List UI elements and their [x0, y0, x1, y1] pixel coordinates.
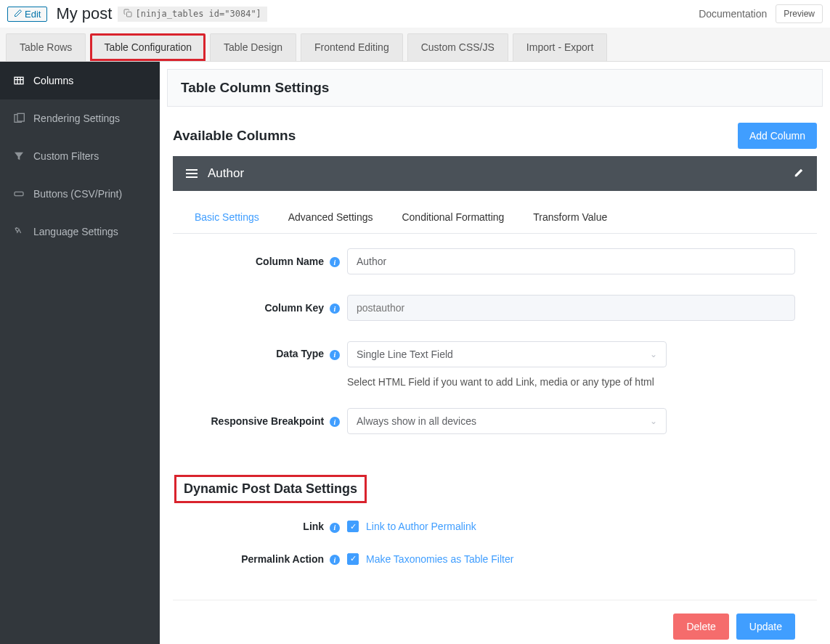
documentation-link[interactable]: Documentation [699, 8, 767, 20]
data-type-select[interactable]: Single Line Text Field ⌄ [347, 341, 667, 367]
chevron-down-icon: ⌄ [650, 349, 657, 359]
inner-tab-transform[interactable]: Transform Value [533, 211, 607, 233]
shortcode-display[interactable]: [ninja_tables id="3084"] [118, 7, 267, 22]
label-data-type: Data Type i [195, 341, 347, 360]
link-checkbox-label[interactable]: Link to Author Permalink [366, 521, 476, 532]
label-column-name: Column Name i [195, 256, 347, 268]
row-column-key: Column Key i [195, 295, 795, 321]
edit-column-icon[interactable] [794, 168, 804, 180]
label-breakpoint: Responsive Breakpoint i [195, 415, 347, 428]
info-icon[interactable]: i [330, 350, 340, 360]
row-permalink: Permalink Action i ✓ Make Taxonomies as … [195, 553, 795, 566]
header-right: Documentation Preview [699, 4, 823, 23]
form-area: Column Name i Column Key i Data Type [173, 234, 817, 469]
inner-tab-advanced[interactable]: Advanced Settings [288, 211, 373, 233]
buttons-icon [13, 188, 25, 200]
info-icon[interactable]: i [330, 555, 340, 565]
copy-icon [123, 9, 132, 20]
sidebar-item-rendering[interactable]: Rendering Settings [0, 99, 160, 137]
svg-rect-0 [127, 12, 132, 17]
column-header-left: Author [186, 166, 244, 181]
label-column-key: Column Key i [195, 302, 347, 314]
shortcode-text: [ninja_tables id="3084"] [135, 9, 261, 19]
columns-icon [13, 75, 25, 86]
sidebar-item-columns[interactable]: Columns [0, 62, 160, 99]
edit-button[interactable]: Edit [7, 7, 47, 22]
sidebar: Columns Rendering Settings Custom Filter… [0, 62, 160, 644]
content-area: Table Column Settings Available Columns … [160, 62, 830, 644]
row-column-name: Column Name i [195, 248, 795, 274]
language-icon [13, 226, 25, 237]
tab-table-design[interactable]: Table Design [210, 33, 296, 61]
main-tabs: Table Rows Table Configuration Table Des… [0, 28, 830, 62]
permalink-checkbox[interactable]: ✓ [347, 553, 359, 565]
sidebar-item-language[interactable]: Language Settings [0, 213, 160, 250]
svg-rect-7 [15, 192, 23, 195]
svg-rect-6 [17, 113, 24, 121]
sidebar-item-label: Custom Filters [33, 150, 99, 162]
column-title: Author [208, 166, 244, 181]
update-button[interactable]: Update [736, 614, 795, 640]
available-columns-row: Available Columns Add Column [160, 114, 830, 156]
dynamic-post-heading: Dynamic Post Data Settings [184, 481, 357, 497]
rendering-icon [13, 113, 25, 124]
row-breakpoint: Responsive Breakpoint i Always show in a… [195, 408, 795, 434]
row-data-type: Data Type i Single Line Text Field ⌄ Sel… [195, 341, 795, 388]
filter-icon [13, 150, 25, 162]
inner-tab-conditional[interactable]: Conditional Formatting [402, 211, 504, 233]
section-title: Table Column Settings [167, 69, 823, 107]
inner-tab-basic[interactable]: Basic Settings [195, 211, 259, 233]
available-columns-title: Available Columns [173, 128, 296, 144]
info-icon[interactable]: i [330, 523, 340, 533]
dynamic-form-area: Link i ✓ Link to Author Permalink Permal… [173, 516, 817, 600]
info-icon[interactable]: i [330, 257, 340, 267]
column-name-input[interactable] [347, 248, 795, 274]
sidebar-item-label: Buttons (CSV/Print) [33, 188, 122, 200]
data-type-helper: Select HTML Field if you want to add Lin… [347, 376, 795, 388]
add-column-button[interactable]: Add Column [738, 123, 817, 149]
tab-table-configuration[interactable]: Table Configuration [90, 33, 206, 61]
column-key-input[interactable] [347, 295, 795, 321]
link-checkbox[interactable]: ✓ [347, 521, 359, 532]
permalink-checkbox-label[interactable]: Make Taxonomies as Table Filter [366, 553, 513, 565]
sidebar-item-filters[interactable]: Custom Filters [0, 137, 160, 175]
tab-import-export[interactable]: Import - Export [513, 33, 608, 61]
svg-rect-1 [15, 77, 23, 83]
sidebar-item-label: Columns [33, 75, 73, 86]
tab-custom-css-js[interactable]: Custom CSS/JS [407, 33, 508, 61]
sidebar-item-label: Language Settings [33, 226, 118, 237]
label-text: Column Name [256, 256, 324, 267]
label-permalink: Permalink Action i [195, 553, 347, 566]
tab-table-rows[interactable]: Table Rows [6, 33, 86, 61]
sidebar-item-buttons[interactable]: Buttons (CSV/Print) [0, 175, 160, 213]
label-text: Data Type [276, 348, 324, 359]
tab-frontend-editing[interactable]: Frontend Editing [301, 33, 403, 61]
edit-button-label: Edit [25, 9, 41, 20]
label-text: Permalink Action [241, 553, 324, 565]
main-layout: Columns Rendering Settings Custom Filter… [0, 62, 830, 644]
delete-button[interactable]: Delete [673, 614, 728, 640]
select-value: Single Line Text Field [357, 349, 453, 360]
pencil-icon [14, 9, 23, 20]
breakpoint-select[interactable]: Always show in all devices ⌄ [347, 408, 667, 434]
drag-handle-icon[interactable] [186, 169, 198, 178]
select-value: Always show in all devices [357, 415, 476, 427]
column-settings-tabs: Basic Settings Advanced Settings Conditi… [173, 191, 817, 234]
preview-button[interactable]: Preview [776, 4, 823, 23]
column-header-bar[interactable]: Author [173, 156, 817, 191]
sidebar-item-label: Rendering Settings [33, 113, 120, 124]
info-icon[interactable]: i [330, 303, 340, 314]
info-icon[interactable]: i [330, 417, 340, 427]
label-text: Responsive Breakpoint [211, 415, 325, 427]
label-link: Link i [195, 521, 347, 533]
chevron-down-icon: ⌄ [650, 416, 657, 426]
page-title: My post [56, 4, 112, 23]
label-text: Link [303, 521, 324, 532]
row-link: Link i ✓ Link to Author Permalink [195, 521, 795, 533]
page-header: Edit My post [ninja_tables id="3084"] Do… [0, 0, 830, 28]
label-text: Column Key [264, 302, 324, 314]
footer-buttons: Delete Update [173, 600, 817, 644]
dynamic-post-heading-highlight: Dynamic Post Data Settings [174, 475, 367, 503]
